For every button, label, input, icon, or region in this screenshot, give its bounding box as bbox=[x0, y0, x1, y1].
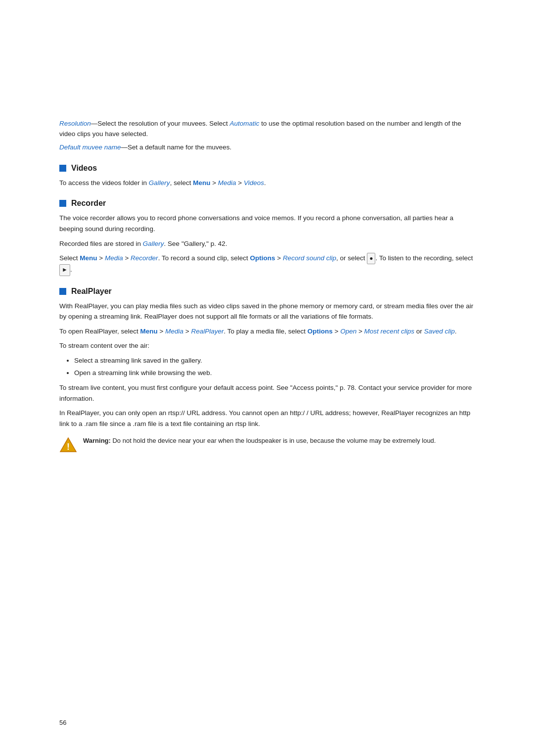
recorder-media-link[interactable]: Media bbox=[105, 254, 123, 262]
realplayer-menu-label: Menu bbox=[140, 328, 158, 335]
automatic-link[interactable]: Automatic bbox=[229, 120, 259, 127]
realplayer-para2-mid: . To play a media file, select bbox=[223, 328, 307, 335]
realplayer-heading-text: RealPlayer bbox=[71, 287, 112, 296]
intro-default-muvee: Default muvee name—Set a default name fo… bbox=[59, 142, 475, 153]
warning-label: Warning: bbox=[83, 437, 111, 444]
warning-box: ! Warning: Do not hold the device near y… bbox=[59, 436, 475, 454]
videos-body: To access the videos folder in Gallery, … bbox=[59, 178, 475, 189]
realplayer-most-recent-link[interactable]: Most recent clips bbox=[364, 328, 414, 335]
videos-gallery-link[interactable]: Gallery bbox=[149, 179, 170, 187]
realplayer-heading: RealPlayer bbox=[59, 287, 475, 296]
intro-resolution: Resolution—Select the resolution of your… bbox=[59, 119, 475, 140]
recorder-button-play[interactable]: ► bbox=[59, 264, 70, 276]
recorder-square-icon bbox=[59, 200, 66, 207]
realplayer-open-link[interactable]: Open bbox=[340, 328, 356, 335]
realplayer-para1: With RealPlayer, you can play media file… bbox=[59, 301, 475, 322]
recorder-para2-post: . See "Gallery," p. 42. bbox=[164, 240, 227, 247]
realplayer-realplayer-link[interactable]: RealPlayer bbox=[191, 328, 223, 335]
realplayer-media-link[interactable]: Media bbox=[165, 328, 183, 335]
videos-arrow1: > bbox=[210, 179, 218, 187]
recorder-para2-pre: Recorded files are stored in bbox=[59, 240, 143, 247]
realplayer-para2-pre: To open RealPlayer, select bbox=[59, 328, 140, 335]
realplayer-para2-post: . bbox=[455, 328, 457, 335]
videos-media-link[interactable]: Media bbox=[218, 179, 236, 187]
realplayer-para5: In RealPlayer, you can only open an rtsp… bbox=[59, 408, 475, 429]
warning-text: Warning: Do not hold the device near you… bbox=[83, 436, 436, 446]
recorder-para3-pre: Select bbox=[59, 254, 80, 262]
realplayer-para3: To stream content over the air: bbox=[59, 340, 475, 351]
videos-videos-link[interactable]: Videos bbox=[244, 179, 264, 187]
recorder-options-label: Options bbox=[250, 254, 275, 262]
recorder-para2: Recorded files are stored in Gallery. Se… bbox=[59, 238, 475, 249]
recorder-record-sound-link[interactable]: Record sound clip bbox=[283, 254, 336, 262]
videos-square-icon bbox=[59, 165, 66, 172]
realplayer-bullet-list: Select a streaming link saved in the gal… bbox=[74, 355, 475, 378]
realplayer-section: RealPlayer With RealPlayer, you can play… bbox=[59, 287, 475, 454]
realplayer-arrow1: > bbox=[158, 328, 165, 335]
default-muvee-link[interactable]: Default muvee name bbox=[59, 143, 121, 151]
realplayer-para4: To stream live content, you must first c… bbox=[59, 382, 475, 404]
resolution-link[interactable]: Resolution bbox=[59, 120, 91, 127]
videos-menu-label: Menu bbox=[193, 179, 210, 187]
realplayer-square-icon bbox=[59, 288, 66, 295]
recorder-menu-label: Menu bbox=[80, 254, 97, 262]
realplayer-options-label: Options bbox=[308, 328, 333, 335]
recorder-button-record[interactable]: ● bbox=[367, 253, 375, 264]
realplayer-arrow4: > bbox=[356, 328, 364, 335]
page: Resolution—Select the resolution of your… bbox=[0, 0, 534, 756]
recorder-arrow3: > bbox=[275, 254, 282, 262]
videos-arrow2: > bbox=[236, 179, 244, 187]
realplayer-arrow2: > bbox=[183, 328, 191, 335]
recorder-section: Recorder The voice recorder allows you t… bbox=[59, 199, 475, 276]
recorder-para3-post: . bbox=[70, 266, 72, 273]
videos-heading-text: Videos bbox=[71, 164, 97, 173]
warning-body: Do not hold the device near your ear whe… bbox=[111, 437, 436, 444]
realplayer-para2: To open RealPlayer, select Menu > Media … bbox=[59, 326, 475, 337]
recorder-arrow2: > bbox=[123, 254, 131, 262]
videos-body-pre: To access the videos folder in bbox=[59, 179, 149, 187]
recorder-para3-mid3: . To listen to the recording, select bbox=[375, 254, 473, 262]
recorder-heading-text: Recorder bbox=[71, 199, 106, 208]
svg-text:!: ! bbox=[67, 442, 70, 452]
videos-body-mid: , select bbox=[170, 179, 193, 187]
realplayer-para2-mid2: or bbox=[414, 328, 424, 335]
recorder-para1: The voice recorder allows you to record … bbox=[59, 213, 475, 234]
videos-section: Videos To access the videos folder in Ga… bbox=[59, 164, 475, 189]
recorder-recorder-link[interactable]: Recorder bbox=[131, 254, 158, 262]
list-item: Select a streaming link saved in the gal… bbox=[74, 355, 475, 366]
videos-body-post: . bbox=[264, 179, 266, 187]
recorder-heading: Recorder bbox=[59, 199, 475, 208]
warning-icon: ! bbox=[59, 436, 77, 454]
intro-line1-mid: —Select the resolution of your muvees. S… bbox=[91, 120, 230, 127]
list-item: Open a streaming link while browsing the… bbox=[74, 368, 475, 378]
intro-line2-post: —Set a default name for the muvees. bbox=[121, 143, 232, 151]
recorder-para3-mid2: , or select bbox=[336, 254, 367, 262]
recorder-para3: Select Menu > Media > Recorder. To recor… bbox=[59, 253, 475, 276]
page-number: 56 bbox=[59, 719, 66, 726]
recorder-arrow1: > bbox=[97, 254, 105, 262]
videos-heading: Videos bbox=[59, 164, 475, 173]
realplayer-arrow3: > bbox=[333, 328, 340, 335]
recorder-gallery-link[interactable]: Gallery bbox=[143, 240, 164, 247]
realplayer-saved-clip-link[interactable]: Saved clip bbox=[424, 328, 454, 335]
recorder-para3-mid: . To record a sound clip, select bbox=[158, 254, 250, 262]
